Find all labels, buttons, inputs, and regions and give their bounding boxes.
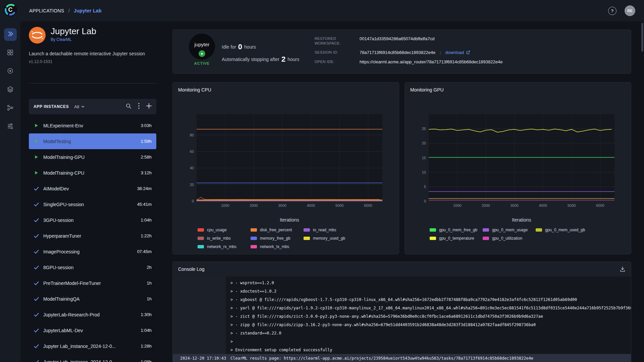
log-text: > - wsproto==1.2.0 [226,281,274,285]
console-log-line: > - xdoctest==1.0.2 [173,287,631,295]
instance-time: 1:30h [141,312,155,317]
app-version: v1.12.0-1531 [29,59,156,64]
instance-row[interactable]: JupyterLab-Research-Prod1:30h [29,307,156,322]
legend-item[interactable]: gpu_0_utilization [483,236,536,241]
app-author-link[interactable]: By ClearML [51,37,96,42]
legend-item[interactable]: cpu_usage [198,228,251,232]
instance-row[interactable]: 8GPU-session2h [29,259,156,275]
check-icon [34,360,39,362]
cpu-chart-plot[interactable]: 100020003000400050006000020406080 [175,103,397,213]
instance-row[interactable]: Jupyter Lab_instance_2024-12-0...1:28h [29,338,156,354]
instance-name: MLExperiment-Env [43,123,136,128]
legend-item[interactable]: io_read_mbs [304,228,371,232]
legend-item[interactable]: gpu_0_temperature [430,236,483,241]
breadcrumb-root[interactable]: APPLICATIONS [29,8,64,13]
instance-row[interactable]: HyperparamTuner1:22h [29,228,156,244]
svg-text:20: 20 [422,141,426,145]
nav-projects[interactable] [4,47,17,59]
svg-text:5: 5 [424,185,426,189]
kebab-menu-icon[interactable] [138,103,140,110]
instance-row[interactable]: ModelTrainingQA1h [29,291,156,307]
idle-info: Idle for 0 hours Automatically stopping … [222,43,299,67]
session-fields: RESTORED WORKSPACE:00147a1d33594286a6507… [315,36,502,64]
check-icon [34,297,39,301]
legend-swatch [251,228,257,232]
svg-text:4000: 4000 [307,203,315,207]
instance-name: ModelTesting [43,139,136,144]
svg-text:1000: 1000 [453,203,461,207]
svg-text:15: 15 [422,156,426,160]
instance-time: 1:59h [141,139,155,144]
instance-row[interactable]: AIModelDev38:24m [29,181,156,196]
cpu-chart-legend: cpu_usagedisk_free_percentio_read_mbsio_… [198,228,371,249]
instance-row[interactable]: JupyterLabML-Dev1:04h [29,322,156,338]
page-scrollbar[interactable] [641,23,643,52]
instance-row[interactable]: ModelTraining-CPU3:12h [29,165,156,181]
instance-name: JupyterLab-Research-Prod [43,312,136,317]
svg-text:3000: 3000 [278,203,286,207]
idle-suffix: hours [244,44,256,50]
help-icon[interactable]: ? [608,7,616,15]
log-text: > - xgboost @ file:///rapids/xgboost-1.7… [226,297,577,302]
instance-time: 1:04h [141,328,155,333]
svg-text:1000: 1000 [221,203,229,207]
field-value[interactable]: https://clearml.acme.ai/app_router/78a71… [360,59,502,64]
instance-name: ModelTraining-CPU [43,170,136,176]
legend-swatch [536,228,542,232]
top-header: APPLICATIONS / Jupyter Lab ? RE [20,0,644,21]
instance-row[interactable]: MLExperiment-Env3:03h [29,118,156,133]
instance-row[interactable]: ModelTraining-GPU2:58h [29,149,156,165]
nav-datasets[interactable] [4,83,17,96]
download-link[interactable]: download [445,50,470,55]
legend-item[interactable]: memory_used_gb [304,236,371,241]
download-log-icon[interactable] [620,266,626,272]
check-icon [34,234,39,238]
search-icon[interactable] [126,103,131,110]
app-header: Jupyter Lab By ClearML [29,27,156,45]
instance-name: AIModelDev [43,186,133,191]
legend-item[interactable]: gpu_0_mem_usage [483,228,536,232]
console-lines: > - wsproto==1.2.0> - xdoctest==1.0.2> -… [173,279,631,362]
instance-row[interactable]: 3GPU-session1:04h [29,212,156,228]
instance-row[interactable]: ImageProcessing07:45m [29,244,156,259]
add-instance-button[interactable] [146,103,152,110]
stop-suffix: hours [287,57,299,62]
page-title: Jupyter Lab [51,27,96,36]
avatar[interactable]: RE [625,5,635,16]
monitoring-cpu-card: Monitoring CPU 1000200030004000500060000… [172,82,399,254]
legend-item[interactable]: network_tx_mbs [251,244,304,249]
legend-swatch [430,228,436,232]
play-icon [34,155,39,159]
svg-text:40: 40 [190,166,194,170]
nav-pipelines[interactable] [4,102,17,115]
instances-filter-dropdown[interactable]: All [74,104,84,109]
nav-workers[interactable] [4,120,17,133]
console-body[interactable]: > - wsproto==1.2.0> - xdoctest==1.0.2> -… [173,277,631,362]
instance-row[interactable]: PreTrainerModel-FineTuner1h [29,275,156,291]
legend-item[interactable]: gpu_0_mem_used_gb [536,228,603,232]
status-badge: ACTIVE [194,61,210,65]
legend-item[interactable]: gpu_0_mem_free_gb [430,228,483,232]
running-play-icon [199,50,205,57]
check-icon [34,187,39,191]
legend-item[interactable]: memory_free_gb [251,236,304,241]
instance-row[interactable]: ModelTesting1:59h [29,133,156,149]
instance-row[interactable]: SingleGPU-session45:41m [29,196,156,212]
breadcrumb-separator: / [68,8,70,13]
console-log-line: > - xgboost @ file:///rapids/xgboost-1.7… [173,295,631,304]
cpu-chart-xlabel: Iterations [197,217,382,223]
instance-row[interactable]: Jupyter Lab_instance_2024-12-0...1:08h [29,354,156,362]
nav-hyper-datasets[interactable] [4,65,17,78]
legend-item[interactable]: disk_free_percent [251,228,304,232]
legend-item[interactable]: io_write_mbs [198,236,251,241]
stop-hours-value: 2 [281,55,285,64]
legend-item[interactable]: network_rx_mbs [198,244,251,249]
app-panel: Jupyter Lab By ClearML Launch a detachab… [29,27,156,362]
gpu-chart-plot[interactable]: 1000200030004000500060000510152025 [408,103,629,213]
nav-applications[interactable] [4,28,17,41]
breadcrumb: APPLICATIONS / Jupyter Lab [29,8,102,13]
clearml-logo[interactable]: C [3,3,17,17]
svg-text:0: 0 [424,199,426,203]
app-instances-bar: APP INSTANCES All [29,99,156,114]
target-icon [7,67,14,76]
